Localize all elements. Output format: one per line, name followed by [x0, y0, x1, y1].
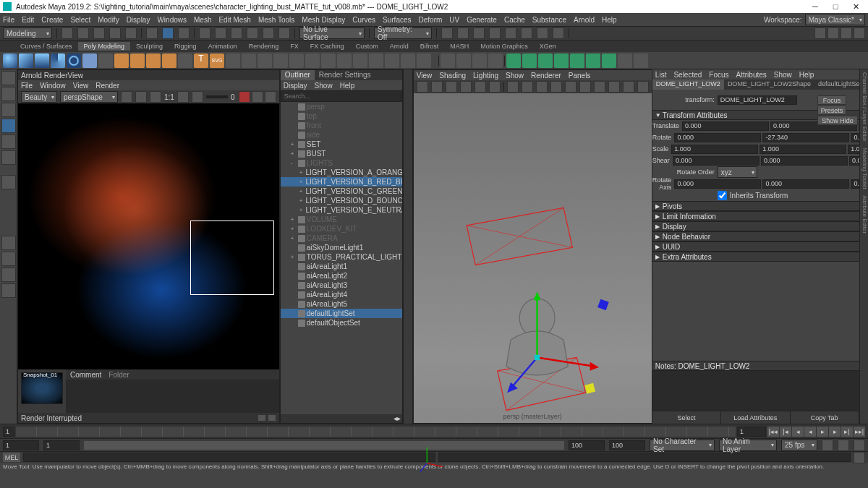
playback-start-input[interactable] [43, 440, 80, 450]
shelftab-arnold[interactable]: Arnold [384, 42, 414, 51]
symmetry-dropdown[interactable]: Symmetry: Off [374, 27, 432, 39]
pause-icon[interactable] [553, 27, 564, 39]
shelf-tool-icon[interactable] [456, 53, 471, 68]
shelf-platonics-icon[interactable] [114, 53, 129, 68]
ae-tab-transform[interactable]: DOME_LIGHT_LOW2 [652, 80, 724, 90]
ae-tab-shape[interactable]: DOME_LIGHT_LOW2Shape [724, 80, 814, 90]
modeling-toolkit-toggle-icon[interactable] [854, 27, 865, 39]
shelf-cylinder-icon[interactable] [35, 53, 49, 68]
ae-menu-show[interactable]: Show [774, 71, 792, 79]
renderview-refresh-icon[interactable] [265, 91, 276, 103]
shelftab-fx[interactable]: FX [284, 42, 305, 51]
window-close-button[interactable]: ✕ [846, 1, 865, 12]
shelf-tool-icon[interactable] [472, 53, 487, 68]
ae-menu-list[interactable]: List [655, 71, 667, 79]
renderview-option2-icon[interactable] [192, 91, 203, 103]
prefs-icon[interactable] [838, 440, 849, 451]
outliner-node[interactable]: +BUST [281, 149, 402, 158]
rotate-tool[interactable] [1, 134, 16, 149]
ae-section-display[interactable]: ▶Display [652, 221, 859, 231]
playblast-icon[interactable] [537, 27, 548, 39]
select-by-hierarchy-icon[interactable] [146, 27, 158, 39]
ae-tx-input[interactable] [682, 121, 769, 131]
shelftab-rendering[interactable]: Rendering [243, 42, 285, 51]
outliner-node[interactable]: +LIGHT_VERSION_E_NEUTRAL [281, 205, 402, 215]
comment-area[interactable] [66, 380, 279, 413]
paint-select-tool[interactable] [1, 103, 16, 117]
outliner-node[interactable]: +TORUS_PRACTICAL_LIGHT [281, 252, 402, 262]
outliner-tree[interactable]: persptopfrontside+SET+BUST-LIGHTS+LIGHT_… [281, 102, 402, 414]
ae-menu-help[interactable]: Help [799, 71, 814, 79]
renderview-isolate-icon[interactable] [135, 91, 147, 103]
outliner-node[interactable]: defaultObjectSet [281, 318, 402, 328]
fps-dropdown[interactable]: 25 fps [781, 440, 817, 451]
shelf-tool-icon[interactable] [506, 53, 521, 68]
mel-input[interactable] [23, 453, 435, 462]
layout-four[interactable] [1, 252, 16, 266]
ae-menu-focus[interactable]: Focus [709, 71, 728, 79]
outliner-node[interactable]: +LIGHT_VERSION_B_RED_BLUE [281, 177, 402, 187]
ae-sy-input[interactable] [760, 145, 846, 154]
ae-menu-selected[interactable]: Selected [673, 71, 702, 79]
ae-section-extra[interactable]: ▶Extra Attributes [652, 252, 859, 262]
shelf-gear-icon[interactable] [146, 53, 161, 68]
viewport-smooth-icon[interactable] [522, 81, 533, 93]
shelf-tool-icon[interactable] [618, 53, 632, 68]
snap-grid-icon[interactable] [199, 27, 210, 39]
menu-windows[interactable]: Windows [157, 16, 187, 24]
layout-two[interactable] [1, 267, 16, 282]
shelf-tool-icon[interactable] [634, 53, 648, 68]
ae-shx-input[interactable] [673, 156, 760, 166]
autokey-icon[interactable] [822, 440, 833, 451]
ae-sx-input[interactable] [671, 145, 758, 154]
renderview-option-icon[interactable] [177, 91, 189, 103]
ae-loadattr-button[interactable]: Load Attributes [721, 411, 790, 424]
render-settings-icon[interactable] [473, 27, 485, 39]
light-editor-icon[interactable] [521, 27, 532, 39]
renderview-camera-select[interactable]: perspShape [60, 91, 118, 103]
shelftab-animation[interactable]: Animation [203, 42, 243, 51]
outliner-node[interactable]: +LIGHT_VERSION_D_BOUNCE [281, 196, 402, 205]
shelftab-xgen[interactable]: XGen [534, 42, 562, 51]
outliner-node[interactable]: aiAreaLight5 [281, 299, 402, 309]
ae-notes-area[interactable] [652, 371, 859, 411]
outliner-node[interactable]: aiAreaLight4 [281, 290, 402, 299]
window-minimize-button[interactable]: ─ [806, 1, 825, 12]
menu-generate[interactable]: Generate [467, 16, 497, 24]
ae-rx-input[interactable] [674, 133, 761, 142]
snap-view-icon[interactable] [278, 27, 290, 39]
outliner-node[interactable]: +LIGHT_VERSION_C_GREEN_BLUE [281, 187, 402, 196]
ae-rotorder-select[interactable]: xyz [718, 166, 757, 178]
ae-menu-attributes[interactable]: Attributes [736, 71, 767, 79]
save-scene-icon[interactable] [93, 27, 105, 39]
step-forward-key-button[interactable]: ▸| [841, 427, 853, 437]
outliner-node[interactable]: aiAreaLight3 [281, 281, 402, 290]
renderview-stop-icon[interactable] [252, 91, 263, 103]
viewport-3d[interactable]: persp (masterLayer) [414, 93, 652, 423]
script-editor-icon[interactable] [854, 452, 865, 463]
shelf-plane-icon[interactable] [82, 53, 97, 68]
open-scene-icon[interactable] [77, 27, 89, 39]
ae-shy-input[interactable] [761, 156, 848, 166]
outliner-node[interactable]: +CAMERA [281, 234, 402, 243]
shelf-poly-icon[interactable] [226, 53, 240, 68]
render-setup-icon[interactable] [505, 27, 516, 39]
renderview-menu-file[interactable]: File [21, 82, 33, 90]
move-tool[interactable] [1, 119, 16, 133]
viewport-wire-icon[interactable] [507, 81, 519, 93]
charset-dropdown[interactable]: No Character Set [650, 440, 715, 451]
menu-cache[interactable]: Cache [504, 16, 525, 24]
shelf-type-icon[interactable]: T [194, 53, 208, 68]
menu-create[interactable]: Create [41, 16, 63, 24]
menu-modify[interactable]: Modify [98, 16, 119, 24]
undo-icon[interactable] [109, 27, 121, 39]
menu-deform[interactable]: Deform [419, 16, 443, 24]
ae-section-limits[interactable]: ▶Limit Information [652, 211, 859, 221]
ae-nodename-input[interactable] [718, 95, 797, 105]
outliner-node[interactable]: persp [281, 102, 402, 111]
viewport-grid-icon[interactable] [460, 81, 472, 93]
outliner-tab[interactable]: Outliner [281, 70, 315, 80]
menu-meshtools[interactable]: Mesh Tools [258, 16, 294, 24]
shelf-tool-icon[interactable] [538, 53, 553, 68]
outliner-node[interactable]: side [281, 130, 402, 140]
